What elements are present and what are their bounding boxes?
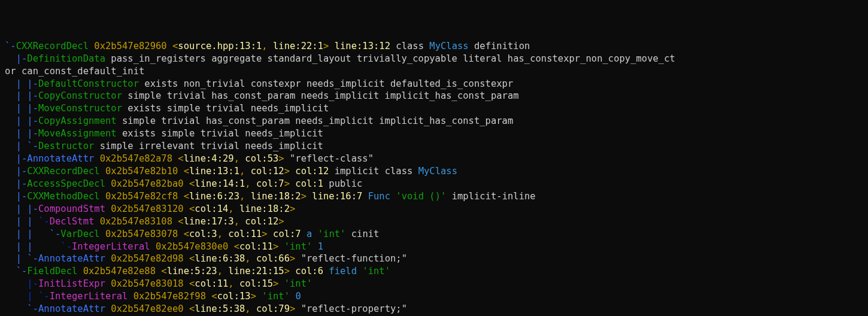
ast-token: ,: [245, 303, 256, 314]
ast-token: simple trivial has_const_param needs_imp…: [122, 90, 519, 101]
ast-token: simple trivial has_const_param needs_imp…: [117, 116, 514, 126]
ast-token: line:13:1: [189, 166, 239, 177]
ast-token: col:66: [256, 253, 290, 264]
ast-token: [301, 229, 306, 239]
ast-token: 0x2b547e82a78: [94, 153, 178, 164]
ast-token: |-: [5, 178, 27, 189]
ast-token: <: [211, 291, 217, 302]
ast-token: MoveConstructor: [38, 103, 122, 114]
ast-line: `-CXXRecordDecl 0x2b547e82960 <source.hp…: [5, 40, 863, 53]
ast-line: `-FieldDecl 0x2b547e82e88 <line:5:23, li…: [5, 265, 863, 278]
ast-token: |: [5, 203, 22, 214]
ast-token: |-: [5, 191, 27, 202]
ast-token: line:4:29: [184, 153, 234, 164]
ast-token: <: [184, 191, 189, 202]
ast-token: <: [184, 229, 189, 239]
ast-token: 0x2b547e83018: [105, 278, 189, 289]
ast-line: or can_const_default_init: [5, 65, 863, 78]
ast-token: col:12: [245, 216, 278, 227]
ast-token: >: [278, 153, 284, 164]
ast-token: [22, 216, 27, 227]
ast-token: source.hpp:13:1: [178, 41, 262, 51]
ast-token: 0x2b547e830e0: [150, 241, 234, 252]
ast-token: 1: [318, 241, 323, 252]
ast-token: |: [5, 78, 22, 89]
ast-token: IntegerLiteral: [50, 291, 128, 302]
ast-line: |-CXXMethodDecl 0x2b547e82cf8 <line:6:23…: [5, 190, 863, 203]
ast-token: |-: [5, 53, 27, 64]
ast-token: col:11: [228, 229, 262, 239]
ast-token: |: [5, 103, 22, 114]
ast-token: field: [329, 266, 357, 276]
ast-token: CXXRecordDecl: [16, 41, 89, 51]
ast-token: [22, 103, 27, 114]
ast-token: a: [306, 229, 312, 239]
ast-line: | | `-IntegerLiteral 0x2b547e830e0 <col:…: [5, 241, 863, 253]
ast-token: col:7: [273, 229, 301, 239]
ast-token: >: [262, 229, 267, 239]
ast-token: |-: [27, 78, 38, 89]
ast-token: `-: [5, 303, 38, 314]
ast-token: [33, 291, 38, 302]
ast-token: CXXMethodDecl: [27, 191, 99, 202]
ast-token: |-: [5, 278, 38, 289]
ast-token: <: [189, 203, 195, 214]
ast-line: | |-CopyConstructor simple trivial has_c…: [5, 90, 863, 102]
ast-token: ,: [239, 191, 251, 202]
ast-token: |-: [27, 90, 38, 101]
ast-token: `-: [5, 266, 27, 276]
ast-line: | |-MoveAssignment exists simple trivial…: [5, 127, 863, 140]
ast-token: Func: [368, 191, 390, 202]
ast-token: MoveAssignment: [38, 128, 117, 139]
ast-token: `-: [27, 253, 38, 264]
ast-token: 0x2b547e83078: [100, 229, 184, 239]
ast-token: [312, 229, 317, 239]
ast-token: CompoundStmt: [38, 203, 105, 214]
ast-token: |-: [5, 166, 27, 177]
ast-token: ,: [217, 266, 229, 276]
ast-token: line:16:7: [312, 191, 362, 202]
ast-token: 0x2b547e82f98: [128, 291, 211, 302]
ast-line: | |-DefaultConstructor exists non_trivia…: [5, 78, 863, 90]
ast-token: `-: [50, 229, 61, 239]
ast-token: [306, 191, 312, 202]
ast-token: |: [5, 291, 33, 302]
ast-token: col:11: [195, 278, 228, 289]
ast-token: line:14:1: [195, 178, 245, 189]
ast-token: col:6: [295, 266, 323, 276]
ast-token: exists simple trivial needs_implicit: [117, 128, 323, 139]
ast-line: | | `-VarDecl 0x2b547e83078 <col:3, col:…: [5, 228, 863, 241]
ast-token: [278, 278, 284, 289]
ast-token: [256, 291, 262, 302]
ast-line: | `-Destructor simple irrelevant trivial…: [5, 140, 863, 153]
ast-token: |: [27, 216, 32, 227]
ast-token: 0x2b547e82e88: [77, 266, 161, 276]
ast-token: 'int': [362, 266, 390, 276]
ast-token: >: [273, 278, 278, 289]
ast-token: |: [5, 141, 22, 151]
ast-token: >: [284, 178, 290, 189]
ast-token: [22, 203, 27, 214]
ast-token: >: [284, 266, 290, 276]
ast-token: simple irrelevant trivial needs_implicit: [94, 141, 323, 151]
ast-token: >: [284, 166, 290, 177]
ast-token: AnnotateAttr: [38, 253, 105, 264]
ast-token: |-: [27, 203, 38, 214]
ast-token: [390, 191, 396, 202]
ast-token: AccessSpecDecl: [27, 178, 105, 189]
ast-token: |: [5, 116, 22, 126]
ast-token: `-: [27, 141, 38, 151]
ast-token: AnnotateAttr: [27, 153, 94, 164]
ast-token: ,: [234, 216, 245, 227]
ast-token: [33, 241, 61, 252]
ast-line: | `-IntegerLiteral 0x2b547e82f98 <col:13…: [5, 290, 863, 303]
ast-line: |-DefinitionData pass_in_registers aggre…: [5, 53, 863, 65]
ast-token: 0x2b547e82ba0: [105, 178, 189, 189]
ast-token: col:79: [256, 303, 290, 314]
ast-token: line:17:3: [184, 216, 234, 227]
ast-token: [22, 90, 27, 101]
ast-line: | `-AnnotateAttr 0x2b547e82d98 <line:6:3…: [5, 253, 863, 265]
ast-token: [290, 266, 295, 276]
ast-token: ,: [239, 166, 251, 177]
ast-token: >: [290, 303, 295, 314]
